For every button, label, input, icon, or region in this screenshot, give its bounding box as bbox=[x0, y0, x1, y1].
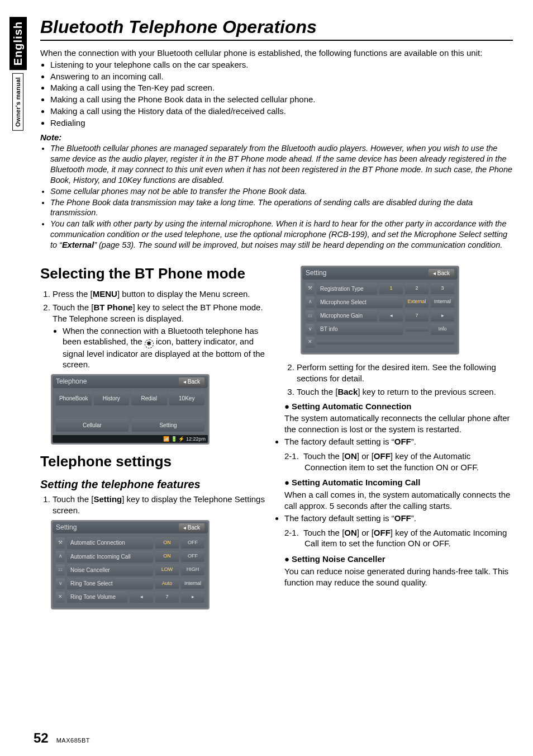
side-tab-button[interactable]: ⚏ bbox=[56, 564, 65, 575]
back-button[interactable]: ◂ Back bbox=[429, 269, 454, 277]
auto-connection-step: 2-1. Touch the [ON] or [OFF] key of the … bbox=[284, 451, 513, 473]
intro-bullet: Listening to your telephone calls on the… bbox=[50, 59, 513, 70]
setting-label: Microphone Gain bbox=[317, 310, 377, 322]
auto-connection-default: The factory default setting is “OFF”. bbox=[284, 436, 513, 447]
setting-label: Microphone Select bbox=[317, 296, 403, 308]
intro-bullet: Making a call using the Phone Book data … bbox=[50, 94, 513, 105]
intro-lead: When the connection with your Bluetooth … bbox=[40, 48, 513, 59]
note-item: Some cellular phones may not be able to … bbox=[50, 186, 513, 197]
right-steps: Perform setting for the desired item. Se… bbox=[297, 362, 513, 397]
option-button[interactable]: ▸ bbox=[181, 592, 204, 603]
option-button[interactable]: HIGH bbox=[181, 564, 204, 575]
setting-label: Automatic Connection bbox=[67, 537, 153, 549]
section-select-bt: Selecting the BT Phone mode bbox=[40, 264, 269, 283]
back-button[interactable]: ◂ Back bbox=[179, 523, 204, 532]
note-item: You can talk with other party by using t… bbox=[50, 219, 513, 251]
noise-canceller-text: You can reduce noise generated during ha… bbox=[284, 566, 513, 588]
option-button[interactable]: ◂ bbox=[130, 592, 153, 603]
note-heading: Note: bbox=[40, 132, 513, 143]
option-button[interactable]: OFF bbox=[181, 537, 204, 549]
setting-label: Ring Tone Volume bbox=[67, 591, 127, 603]
side-tab-button[interactable]: ⚒ bbox=[306, 283, 315, 294]
heading-auto-connection: Setting Automatic Connection bbox=[284, 401, 513, 412]
option-button[interactable]: 7 bbox=[405, 310, 429, 322]
side-tab-button[interactable]: ⚏ bbox=[306, 310, 315, 322]
cellular-button[interactable]: Cellular bbox=[56, 419, 129, 432]
bluetooth-icon: ✱ bbox=[145, 339, 154, 348]
setting-screenshot-2: Setting◂ Back⚒Registration Type123∧Micro… bbox=[301, 266, 459, 354]
option-button[interactable] bbox=[405, 327, 429, 332]
intro-bullet: Answering to an incoming call. bbox=[50, 71, 513, 82]
side-tab: English Owner's manual bbox=[9, 17, 27, 131]
auto-incoming-step: 2-1. Touch the [ON] or [OFF] key of the … bbox=[284, 527, 513, 550]
option-button[interactable]: 1 bbox=[379, 283, 403, 294]
title-rule bbox=[40, 40, 513, 41]
redial-button[interactable]: Redial bbox=[131, 391, 167, 405]
option-button[interactable]: LOW bbox=[155, 564, 179, 575]
history-button[interactable]: History bbox=[94, 391, 130, 405]
heading-auto-incoming: Setting Automatic Incoming Call bbox=[284, 477, 513, 488]
step-1: Press the [MENU] button to display the M… bbox=[53, 289, 269, 300]
left-column: Selecting the BT Phone mode Press the [M… bbox=[40, 262, 269, 617]
option-button[interactable]: Internal bbox=[431, 296, 454, 308]
intro-bullet: Redialing bbox=[50, 117, 513, 129]
status-bar: 📶 🔋 ⚡ 12:22pm bbox=[53, 435, 208, 443]
option-button[interactable]: 7 bbox=[155, 592, 179, 603]
setting-label: BT info bbox=[317, 323, 403, 335]
setting-screenshot-1: Setting◂ Back⚒Automatic ConnectionONOFF∧… bbox=[51, 521, 209, 609]
side-tab-button[interactable]: ∨ bbox=[306, 324, 315, 335]
tf-step-1: Touch the [Setting] key to display the T… bbox=[53, 494, 269, 516]
side-tab-button[interactable]: ✕ bbox=[306, 337, 315, 348]
right-column: Setting◂ Back⚒Registration Type123∧Micro… bbox=[284, 262, 513, 617]
page-number: 52 bbox=[34, 730, 49, 746]
auto-incoming-text: When a call comes in, the system automat… bbox=[284, 489, 513, 512]
subhead-telephone-features: Setting the telephone features bbox=[40, 477, 269, 492]
setting-label bbox=[317, 340, 454, 344]
auto-incoming-default: The factory default setting is “OFF”. bbox=[284, 513, 513, 524]
r-step-2: Perform setting for the desired item. Se… bbox=[297, 362, 513, 384]
side-tab-button[interactable]: ⚒ bbox=[56, 537, 65, 549]
side-tab-button[interactable]: ✕ bbox=[56, 592, 65, 603]
option-button[interactable]: OFF bbox=[181, 551, 204, 562]
r-step-3: Touch the [Back] key to return to the pr… bbox=[297, 386, 513, 398]
shot-title: Setting bbox=[306, 269, 326, 278]
phonebook-button[interactable]: PhoneBook bbox=[56, 391, 92, 405]
side-tab-button[interactable]: ∧ bbox=[306, 296, 315, 308]
heading-noise-canceller: Setting Noise Canceller bbox=[284, 554, 513, 565]
setting-button[interactable]: Setting bbox=[132, 419, 204, 432]
intro-bullet: Making a call using the Ten-Key pad scre… bbox=[50, 82, 513, 93]
columns: Selecting the BT Phone mode Press the [M… bbox=[40, 262, 513, 617]
option-button[interactable]: ON bbox=[155, 551, 179, 562]
setting-label: Registration Type bbox=[317, 283, 377, 295]
side-tab-button[interactable]: ∧ bbox=[56, 551, 65, 562]
model-number: MAX685BT bbox=[56, 737, 90, 744]
section-telephone-settings: Telephone settings bbox=[40, 452, 269, 471]
page-footer: 52 MAX685BT bbox=[34, 730, 90, 746]
tf-steps: Touch the [Setting] key to display the T… bbox=[53, 494, 269, 516]
tenkey-button[interactable]: 10Key bbox=[169, 391, 205, 405]
side-tab-button[interactable]: ∨ bbox=[56, 578, 65, 589]
option-button[interactable]: ▸ bbox=[431, 310, 454, 322]
option-button[interactable]: ON bbox=[155, 537, 179, 549]
option-button[interactable]: ◂ bbox=[379, 310, 403, 322]
shot-title: Setting bbox=[56, 523, 77, 532]
note-item: The Bluetooth cellular phones are manage… bbox=[50, 143, 513, 185]
option-button[interactable]: External bbox=[405, 296, 429, 308]
setting-label: Ring Tone Select bbox=[67, 578, 153, 589]
note-item: The Phone Book data transmission may tak… bbox=[50, 197, 513, 219]
option-button[interactable]: Auto bbox=[155, 578, 179, 589]
back-button[interactable]: ◂ Back bbox=[179, 377, 204, 386]
manual-tab: Owner's manual bbox=[12, 73, 23, 131]
step-2: Touch the [BT Phone] key to select the B… bbox=[53, 302, 269, 370]
option-button[interactable]: Internal bbox=[181, 578, 204, 589]
option-button[interactable]: 3 bbox=[431, 283, 454, 294]
setting-label: Automatic Incoming Call bbox=[67, 551, 153, 563]
step-2-sub: The Telephone screen is displayed. bbox=[53, 313, 269, 324]
intro: When the connection with your Bluetooth … bbox=[40, 48, 513, 251]
intro-bullet: Making a call using the History data of … bbox=[50, 106, 513, 117]
option-button[interactable]: Info bbox=[431, 324, 454, 335]
step-2-bullet: When the connection with a Bluetooth tel… bbox=[63, 325, 269, 371]
option-button[interactable]: 2 bbox=[405, 283, 429, 294]
auto-connection-text: The system automatically reconnects the … bbox=[284, 413, 513, 435]
setting-label: Noise Canceller bbox=[67, 564, 153, 576]
